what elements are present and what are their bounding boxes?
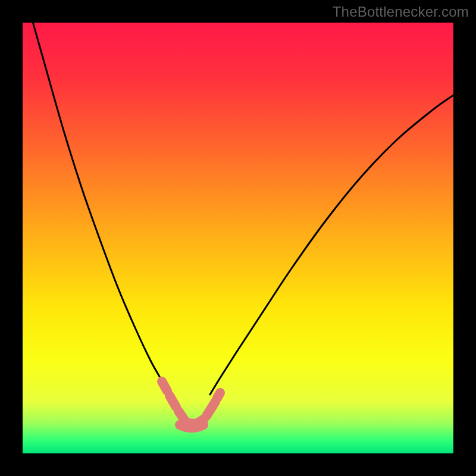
watermark-text: TheBottlenecker.com [333, 4, 469, 20]
dot-segment-1 [170, 396, 176, 407]
dot-floor [180, 425, 203, 428]
gradient-background [23, 23, 453, 453]
bottleneck-chart [23, 23, 453, 453]
outer-frame: TheBottlenecker.com [0, 0, 476, 476]
dot-segment-5 [217, 393, 220, 398]
plot-area [23, 23, 453, 453]
dot-segment-0 [162, 381, 167, 391]
